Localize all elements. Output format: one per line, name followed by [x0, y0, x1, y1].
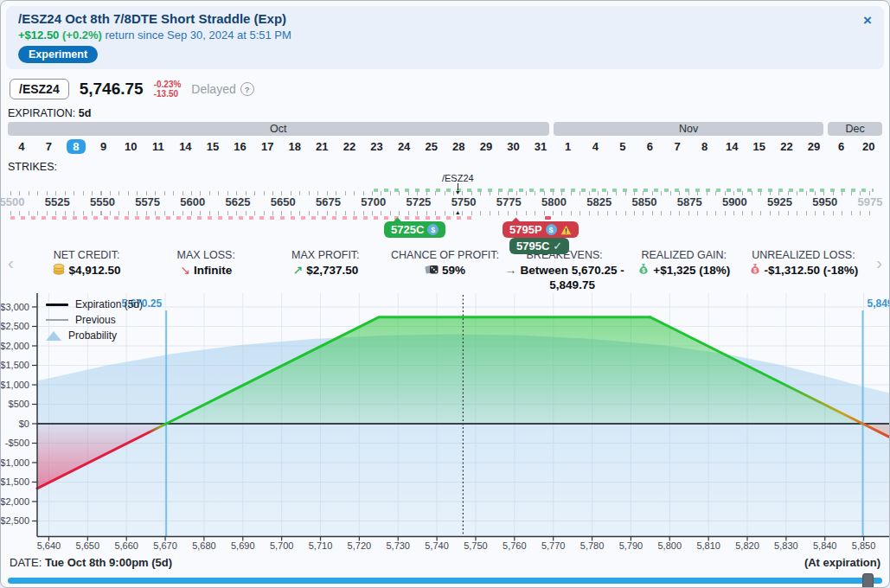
stat-label: NET CREDIT: [54, 249, 120, 262]
date-option[interactable]: 1 [554, 137, 582, 156]
date-option[interactable]: 30 [500, 137, 528, 156]
date-option[interactable]: 6 [828, 137, 855, 156]
date-option-label: 4 [12, 139, 30, 154]
strike-label: 5675 [316, 195, 341, 208]
svg-text:$: $ [753, 267, 757, 274]
date-display: DATE: Tue Oct 8th 9:00pm (5d) [10, 556, 172, 569]
date-option-label: 20 [856, 139, 880, 154]
date-option[interactable]: 7 [35, 137, 63, 156]
date-option-label: 21 [310, 139, 334, 154]
date-option[interactable]: 31 [527, 137, 554, 156]
leg-label: 5795P [509, 223, 542, 236]
date-option-label: 15 [747, 139, 772, 154]
x-tick-label: 5,640 [37, 540, 61, 551]
strike-label: 5850 [631, 195, 656, 208]
date-option[interactable]: 15 [746, 137, 773, 156]
legend-label: Expiration (5d) [75, 298, 143, 310]
date-option[interactable]: 4 [8, 137, 35, 156]
stat-value: →Between 5,670.25 - 5,849.75 [505, 263, 624, 292]
date-option[interactable]: 8 [62, 137, 90, 156]
close-icon[interactable]: × [863, 15, 872, 27]
leg-label: 5795C [516, 240, 549, 252]
date-option[interactable]: 22 [336, 137, 363, 156]
stat-chance-of-profit: CHANCE OF PROFIT:59% [385, 249, 504, 278]
date-option[interactable]: 16 [227, 137, 254, 156]
date-option[interactable]: 17 [253, 137, 281, 156]
date-option[interactable]: 11 [144, 137, 172, 156]
ruler-ticks-top [10, 191, 875, 195]
date-option[interactable]: 14 [172, 137, 200, 156]
current-price-marker-down-icon: ▼ [455, 189, 461, 195]
date-option[interactable]: 29 [800, 137, 828, 156]
date-option[interactable]: 25 [418, 137, 445, 156]
strike-label: 5750 [451, 195, 477, 208]
date-option[interactable]: 29 [472, 137, 500, 156]
return-since-text: return since Sep 30, 2024 at 5:51 PM [106, 29, 291, 42]
y-tick-label: $3,000 [1, 302, 29, 312]
date-option[interactable]: 8 [691, 137, 719, 156]
date-option[interactable]: 24 [390, 137, 418, 156]
date-option[interactable]: 18 [281, 137, 309, 156]
date-option-label: 31 [528, 139, 553, 154]
moneybag-red-icon: $ [749, 263, 761, 275]
leg-pill-5795c[interactable]: 5795C✓ [509, 238, 569, 254]
strike-ruler[interactable]: 5500552555505575560056255650567557005725… [8, 173, 882, 221]
date-option[interactable]: 15 [199, 137, 227, 156]
dice-icon [425, 263, 439, 276]
arrow-up-right-icon: ↗ [292, 263, 303, 278]
leg-pill-5725c[interactable]: 5725C$ [384, 221, 445, 238]
date-option[interactable]: 20 [855, 137, 882, 156]
date-option[interactable]: 7 [663, 137, 691, 156]
date-option[interactable]: 23 [363, 137, 391, 156]
date-option-label: 29 [474, 139, 498, 154]
date-option[interactable]: 5 [609, 137, 637, 156]
y-tick-label: $1,000 [1, 380, 29, 390]
scroll-right-icon[interactable]: › [876, 254, 882, 272]
return-amount: +$12.50 [18, 29, 59, 42]
x-tick-label: 5,770 [541, 540, 566, 551]
strike-label: 5900 [722, 195, 747, 208]
date-option[interactable]: 6 [637, 137, 664, 156]
symbol-input[interactable]: /ESZ24 [10, 79, 69, 99]
date-option[interactable]: 4 [581, 137, 609, 156]
help-icon[interactable]: ? [240, 82, 254, 96]
delayed-indicator: Delayed ? [191, 82, 253, 96]
pl-chart[interactable]: $3,000$2,500$2,000$1,500$1,000$500$0-$50… [1, 293, 889, 554]
date-option[interactable]: 21 [309, 137, 336, 156]
month-bar-dec: Dec [828, 122, 882, 136]
stat-value: ↗$2,737.50 [292, 263, 358, 278]
date-slider-handle[interactable] [862, 573, 874, 588]
check-icon: ✓ [553, 240, 562, 252]
last-price: 5,746.75 [80, 80, 144, 99]
strike-label: 5700 [361, 195, 386, 208]
stat-label: REALIZED GAIN: [641, 249, 727, 262]
leg-pill-5795p[interactable]: 5795P$ [503, 221, 579, 238]
date-option-label: 16 [227, 139, 252, 154]
scroll-left-icon[interactable]: ‹ [8, 254, 14, 272]
stat-value: $+$1,325 (18%) [637, 263, 730, 278]
stat-value-text: Between 5,670.25 - 5,849.75 [521, 263, 624, 292]
strike-label: 5950 [812, 195, 837, 208]
date-slider [8, 573, 882, 587]
date-option[interactable]: 10 [117, 137, 144, 156]
date-option[interactable]: 28 [445, 137, 473, 156]
date-option[interactable]: 9 [90, 137, 118, 156]
y-tick-label: -$1,500 [1, 476, 29, 487]
date-option-label: 11 [146, 139, 170, 154]
legend-item: Expiration (5d) [46, 298, 143, 310]
x-tick-label: 5,780 [580, 540, 605, 551]
stat-max-profit: MAX PROFIT:↗$2,737.50 [266, 249, 385, 278]
x-tick-label: 5,760 [503, 540, 527, 551]
date-slider-track[interactable] [8, 578, 882, 584]
date-option[interactable]: 14 [718, 137, 746, 156]
strategy-legs: 5725C$5795P$5795C✓ [1, 221, 889, 247]
date-option[interactable]: 22 [773, 137, 801, 156]
x-tick-label: 5,840 [813, 540, 837, 551]
arrow-right-icon: → [505, 263, 517, 278]
stat-breakevens: BREAKEVENS:→Between 5,670.25 - 5,849.75 [505, 249, 624, 292]
date-option-label: 30 [501, 139, 525, 154]
date-option-label: 10 [118, 139, 143, 154]
expiration-dates: 4789101114151617182122232425282930311456… [8, 137, 882, 156]
strike-label: 5650 [271, 195, 296, 208]
stat-max-loss: MAX LOSS:↘Infinite [146, 249, 266, 278]
